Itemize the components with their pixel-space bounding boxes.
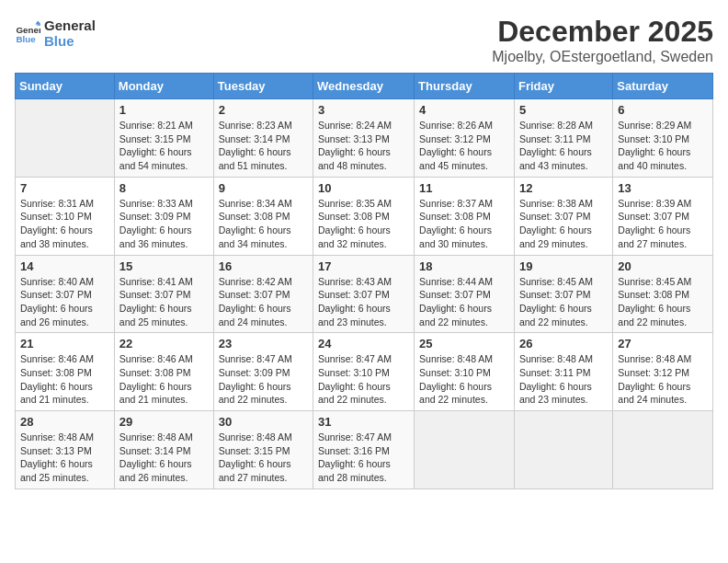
calendar-cell: 6Sunrise: 8:29 AMSunset: 3:10 PMDaylight… [613,99,713,178]
day-number: 18 [419,259,509,273]
calendar-cell: 8Sunrise: 8:33 AMSunset: 3:09 PMDaylight… [114,177,213,255]
day-info: Sunrise: 8:47 AMSunset: 3:10 PMDaylight:… [318,352,409,407]
day-number: 28 [20,415,109,429]
weekday-header-row: SundayMondayTuesdayWednesdayThursdayFrid… [16,74,713,99]
calendar-cell: 10Sunrise: 8:35 AMSunset: 3:08 PMDayligh… [313,177,415,255]
day-number: 3 [318,103,409,117]
day-info: Sunrise: 8:48 AMSunset: 3:14 PMDaylight:… [119,431,209,485]
calendar-cell: 7Sunrise: 8:31 AMSunset: 3:10 PMDaylight… [16,177,115,255]
month-title: December 2025 [492,15,713,49]
calendar-table: SundayMondayTuesdayWednesdayThursdayFrid… [15,73,713,489]
logo-icon: General Blue [15,19,40,45]
day-number: 29 [119,415,209,429]
day-info: Sunrise: 8:46 AMSunset: 3:08 PMDaylight:… [20,352,109,407]
weekday-header-monday: Monday [114,74,213,99]
calendar-cell: 2Sunrise: 8:23 AMSunset: 3:14 PMDaylight… [213,99,313,178]
calendar-week-2: 7Sunrise: 8:31 AMSunset: 3:10 PMDaylight… [16,177,713,255]
day-info: Sunrise: 8:47 AMSunset: 3:09 PMDaylight:… [219,352,308,407]
day-number: 1 [119,103,209,117]
calendar-cell [514,411,612,489]
day-info: Sunrise: 8:48 AMSunset: 3:11 PMDaylight:… [519,352,608,407]
weekday-header-wednesday: Wednesday [313,74,415,99]
calendar-cell: 25Sunrise: 8:48 AMSunset: 3:10 PMDayligh… [415,333,515,411]
logo-blue: Blue [44,34,96,50]
calendar-cell [415,411,515,489]
calendar-cell: 14Sunrise: 8:40 AMSunset: 3:07 PMDayligh… [16,255,115,333]
day-number: 9 [219,181,308,195]
calendar-cell: 3Sunrise: 8:24 AMSunset: 3:13 PMDaylight… [313,99,415,178]
day-number: 11 [419,181,509,195]
calendar-week-1: 1Sunrise: 8:21 AMSunset: 3:15 PMDaylight… [16,99,713,178]
day-number: 4 [419,103,509,117]
location-title: Mjoelby, OEstergoetland, Sweden [492,49,713,65]
logo-general: General [44,18,96,34]
title-block: December 2025 Mjoelby, OEstergoetland, S… [492,15,713,65]
day-info: Sunrise: 8:23 AMSunset: 3:14 PMDaylight:… [219,119,308,173]
day-info: Sunrise: 8:40 AMSunset: 3:07 PMDaylight:… [20,275,109,329]
svg-text:Blue: Blue [16,34,36,44]
calendar-cell: 15Sunrise: 8:41 AMSunset: 3:07 PMDayligh… [114,255,213,333]
calendar-cell: 13Sunrise: 8:39 AMSunset: 3:07 PMDayligh… [613,177,713,255]
calendar-week-3: 14Sunrise: 8:40 AMSunset: 3:07 PMDayligh… [16,255,713,333]
calendar-cell: 26Sunrise: 8:48 AMSunset: 3:11 PMDayligh… [514,333,612,411]
calendar-cell: 24Sunrise: 8:47 AMSunset: 3:10 PMDayligh… [313,333,415,411]
calendar-cell: 27Sunrise: 8:48 AMSunset: 3:12 PMDayligh… [613,333,713,411]
calendar-cell: 28Sunrise: 8:48 AMSunset: 3:13 PMDayligh… [16,411,115,489]
day-number: 20 [618,259,708,273]
day-number: 23 [219,337,308,350]
day-info: Sunrise: 8:28 AMSunset: 3:11 PMDaylight:… [519,119,608,173]
day-number: 17 [318,259,409,273]
calendar-cell: 4Sunrise: 8:26 AMSunset: 3:12 PMDaylight… [415,99,515,178]
calendar-cell: 21Sunrise: 8:46 AMSunset: 3:08 PMDayligh… [16,333,115,411]
day-info: Sunrise: 8:33 AMSunset: 3:09 PMDaylight:… [119,197,209,251]
day-number: 12 [519,181,608,195]
day-info: Sunrise: 8:31 AMSunset: 3:10 PMDaylight:… [20,197,109,251]
day-info: Sunrise: 8:24 AMSunset: 3:13 PMDaylight:… [318,119,409,173]
day-number: 13 [618,181,708,195]
day-number: 25 [419,337,509,350]
weekday-header-tuesday: Tuesday [213,74,313,99]
day-number: 16 [219,259,308,273]
day-info: Sunrise: 8:29 AMSunset: 3:10 PMDaylight:… [618,119,708,173]
calendar-cell: 20Sunrise: 8:45 AMSunset: 3:08 PMDayligh… [613,255,713,333]
calendar-cell: 16Sunrise: 8:42 AMSunset: 3:07 PMDayligh… [213,255,313,333]
calendar-cell: 22Sunrise: 8:46 AMSunset: 3:08 PMDayligh… [114,333,213,411]
day-info: Sunrise: 8:34 AMSunset: 3:08 PMDaylight:… [219,197,308,251]
day-info: Sunrise: 8:39 AMSunset: 3:07 PMDaylight:… [618,197,708,251]
day-info: Sunrise: 8:37 AMSunset: 3:08 PMDaylight:… [419,197,509,251]
day-info: Sunrise: 8:44 AMSunset: 3:07 PMDaylight:… [419,275,509,329]
day-number: 14 [20,259,109,273]
calendar-cell [16,99,115,178]
day-info: Sunrise: 8:48 AMSunset: 3:10 PMDaylight:… [419,352,509,407]
day-info: Sunrise: 8:41 AMSunset: 3:07 PMDaylight:… [119,275,209,329]
day-info: Sunrise: 8:48 AMSunset: 3:12 PMDaylight:… [618,352,708,407]
day-info: Sunrise: 8:35 AMSunset: 3:08 PMDaylight:… [318,197,409,251]
calendar-cell: 1Sunrise: 8:21 AMSunset: 3:15 PMDaylight… [114,99,213,178]
calendar-cell: 31Sunrise: 8:47 AMSunset: 3:16 PMDayligh… [313,411,415,489]
day-info: Sunrise: 8:48 AMSunset: 3:13 PMDaylight:… [20,431,109,485]
day-info: Sunrise: 8:46 AMSunset: 3:08 PMDaylight:… [119,352,209,407]
calendar-cell: 23Sunrise: 8:47 AMSunset: 3:09 PMDayligh… [213,333,313,411]
calendar-cell: 11Sunrise: 8:37 AMSunset: 3:08 PMDayligh… [415,177,515,255]
day-number: 5 [519,103,608,117]
logo: General Blue General Blue [15,15,96,49]
day-info: Sunrise: 8:45 AMSunset: 3:07 PMDaylight:… [519,275,608,329]
weekday-header-thursday: Thursday [415,74,515,99]
calendar-cell [613,411,713,489]
calendar-week-4: 21Sunrise: 8:46 AMSunset: 3:08 PMDayligh… [16,333,713,411]
day-info: Sunrise: 8:47 AMSunset: 3:16 PMDaylight:… [318,431,409,485]
calendar-cell: 30Sunrise: 8:48 AMSunset: 3:15 PMDayligh… [213,411,313,489]
calendar-cell: 12Sunrise: 8:38 AMSunset: 3:07 PMDayligh… [514,177,612,255]
day-number: 7 [20,181,109,195]
day-info: Sunrise: 8:45 AMSunset: 3:08 PMDaylight:… [618,275,708,329]
day-number: 10 [318,181,409,195]
calendar-cell: 5Sunrise: 8:28 AMSunset: 3:11 PMDaylight… [514,99,612,178]
day-info: Sunrise: 8:21 AMSunset: 3:15 PMDaylight:… [119,119,209,173]
day-number: 19 [519,259,608,273]
day-number: 22 [119,337,209,350]
calendar-week-5: 28Sunrise: 8:48 AMSunset: 3:13 PMDayligh… [16,411,713,489]
day-number: 8 [119,181,209,195]
day-number: 6 [618,103,708,117]
weekday-header-sunday: Sunday [16,74,115,99]
calendar-cell: 17Sunrise: 8:43 AMSunset: 3:07 PMDayligh… [313,255,415,333]
